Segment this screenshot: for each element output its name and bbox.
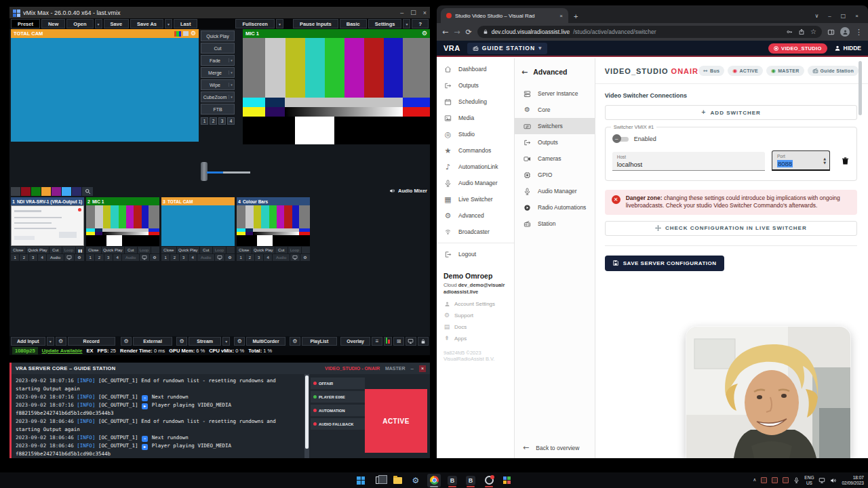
- close-button[interactable]: Close: [237, 247, 252, 253]
- cut-button[interactable]: Cut: [275, 247, 288, 253]
- swatch[interactable]: [31, 187, 41, 196]
- external-button[interactable]: External: [133, 337, 172, 346]
- clock[interactable]: 18:0702/09/2023: [842, 475, 864, 486]
- record-button[interactable]: Record: [68, 337, 115, 346]
- bank-4-button[interactable]: 4: [227, 117, 235, 125]
- guide-station-badge[interactable]: Guide Station: [808, 66, 859, 76]
- tray-app-icon[interactable]: [783, 477, 789, 483]
- swatch[interactable]: [72, 187, 81, 196]
- audio-button[interactable]: Audio: [273, 254, 290, 261]
- grid-icon[interactable]: ⊞: [393, 337, 404, 346]
- bus-3-button[interactable]: 3: [180, 254, 188, 261]
- quickplay-button[interactable]: Quick Play: [102, 247, 124, 253]
- tbar-track[interactable]: [207, 171, 250, 174]
- start-button[interactable]: [354, 474, 368, 487]
- minimize-icon[interactable]: –: [828, 13, 831, 19]
- new-tab-button[interactable]: +: [574, 12, 578, 20]
- quickplay-button[interactable]: Quick Play: [26, 247, 49, 253]
- cut-button[interactable]: Cut: [125, 247, 137, 253]
- back-to-overview[interactable]: ←Back to overview: [523, 444, 579, 451]
- merge-button[interactable]: Merge▾: [201, 67, 235, 78]
- stream-caret[interactable]: ▾: [222, 337, 230, 346]
- tab-close-icon[interactable]: ×: [559, 13, 563, 19]
- settings-icon[interactable]: ⚙: [409, 474, 422, 487]
- settings-caret[interactable]: ▾: [403, 19, 410, 28]
- preset-button[interactable]: Preset: [11, 19, 40, 28]
- monitor-icon[interactable]: [215, 254, 224, 261]
- swatch[interactable]: [21, 187, 31, 196]
- submenu-core[interactable]: ⚙Core: [515, 102, 595, 118]
- profile-avatar[interactable]: [840, 27, 850, 37]
- gear-icon[interactable]: ⚙: [422, 30, 427, 37]
- tray-speaker-icon[interactable]: [830, 477, 837, 484]
- active-badge[interactable]: ◉ACTIVE: [728, 66, 763, 76]
- swatch[interactable]: [11, 187, 20, 196]
- minimize-icon[interactable]: –: [400, 9, 403, 16]
- host-field[interactable]: Host localhost: [612, 152, 765, 171]
- share-icon[interactable]: [798, 28, 805, 35]
- sidebar-item-advanced[interactable]: ⚙Advanced: [437, 207, 514, 224]
- quickplay-button[interactable]: Quick Play: [252, 247, 275, 253]
- save-as-button[interactable]: Save As: [130, 19, 163, 28]
- minimize-icon[interactable]: –: [411, 365, 414, 371]
- bus-3-button[interactable]: 3: [255, 254, 263, 261]
- swatch[interactable]: [52, 187, 61, 196]
- check-configuration-button[interactable]: CHECK CONFIGURATION IN LIVE SWITCHER: [605, 221, 857, 236]
- sidebar-item-broadcaster[interactable]: Broadcaster: [437, 224, 514, 240]
- bus-2-button[interactable]: 2: [170, 254, 178, 261]
- tab-search-icon[interactable]: ∨: [814, 14, 818, 19]
- bus-4-button[interactable]: 4: [113, 254, 121, 261]
- save-as-caret[interactable]: ▾: [165, 19, 172, 28]
- sidebar-item-audio-manager[interactable]: Audio Manager: [437, 175, 514, 191]
- studio-live-pill[interactable]: VIDEO_STUDIO: [768, 43, 827, 54]
- loop-button[interactable]: Loop: [288, 247, 302, 253]
- enabled-toggle[interactable]: –: [612, 136, 629, 142]
- gear-icon[interactable]: ⚙: [176, 337, 187, 346]
- basic-button[interactable]: Basic: [340, 19, 367, 28]
- quickplay-button[interactable]: Quick Play: [201, 30, 235, 41]
- bus-1-button[interactable]: 1: [237, 254, 245, 261]
- account-settings-link[interactable]: Account Settings: [443, 301, 507, 307]
- passwords-key-icon[interactable]: [786, 28, 793, 35]
- sidebar-item-automationlink[interactable]: ♪AutomationLink: [437, 159, 514, 175]
- vmix-taskbar-icon[interactable]: [482, 474, 496, 487]
- forward-icon[interactable]: →: [454, 28, 460, 36]
- preview-video[interactable]: [11, 38, 199, 142]
- bank-1-button[interactable]: 1: [201, 117, 208, 125]
- submenu-switchers[interactable]: Switchers: [515, 118, 595, 134]
- preview-monitor[interactable]: TOTAL CAM ⚙: [11, 29, 199, 142]
- address-bar[interactable]: dev.cloud.visualradioassist.live/studio/…: [477, 26, 822, 38]
- submenu-gpio[interactable]: GPIO: [515, 167, 595, 183]
- quickplay-button[interactable]: Quick Play: [177, 247, 199, 253]
- app-b2-icon[interactable]: B: [464, 474, 477, 487]
- colorbars-icon[interactable]: [174, 31, 181, 37]
- lock-icon[interactable]: [418, 337, 429, 346]
- tray-app-icon[interactable]: [761, 477, 767, 483]
- multicorder-button[interactable]: MultiCorder: [246, 337, 285, 346]
- gear-icon[interactable]: ⚙: [56, 337, 66, 346]
- vmix-titlebar[interactable]: vMix Max - 26.0.0.40 x64 - last.vmix – □…: [9, 7, 430, 18]
- add-input-button[interactable]: Add Input: [11, 337, 45, 346]
- gear-icon[interactable]: ⚙: [121, 337, 132, 346]
- close-button[interactable]: Close: [161, 247, 176, 253]
- monitor-icon[interactable]: [290, 254, 300, 261]
- open-button[interactable]: Open: [66, 19, 93, 28]
- submenu-station[interactable]: Station: [515, 216, 595, 232]
- gear-icon[interactable]: ⚙: [234, 337, 245, 346]
- bus-1-button[interactable]: 1: [11, 254, 19, 261]
- brand-logo[interactable]: VRA: [443, 44, 460, 52]
- loop-button[interactable]: Loop: [138, 247, 151, 253]
- input-1-thumbnail[interactable]: [11, 205, 84, 246]
- app-b1-icon[interactable]: B: [446, 474, 459, 487]
- submenu-header[interactable]: ←Advanced: [521, 68, 567, 76]
- support-link[interactable]: ⚙Support: [443, 312, 507, 319]
- stream-button[interactable]: Stream: [189, 337, 221, 346]
- settings-button[interactable]: Settings: [368, 19, 402, 28]
- gear-icon[interactable]: ⚙: [225, 254, 235, 261]
- close-button[interactable]: Close: [86, 247, 101, 253]
- submenu-radio-automations[interactable]: Radio Automations: [515, 199, 595, 216]
- browser-tab[interactable]: Studio Video Studio – Visual Rad ×: [441, 8, 568, 23]
- ftb-button[interactable]: FTB: [201, 104, 235, 115]
- input-1[interactable]: 1NDI VRA-SRV-1 (VRA-Output 1) Close Quic…: [11, 197, 84, 261]
- fullscreen-caret[interactable]: ▾: [276, 19, 283, 28]
